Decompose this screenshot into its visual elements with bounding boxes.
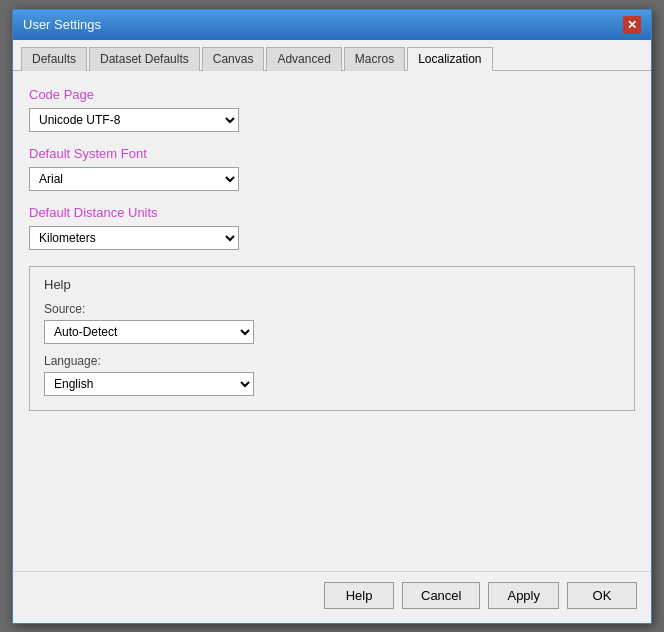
source-select[interactable]: Auto-DetectLocalOnline (44, 320, 254, 344)
source-label: Source: (44, 302, 620, 316)
help-button[interactable]: Help (324, 582, 394, 609)
tab-advanced[interactable]: Advanced (266, 47, 341, 71)
tab-defaults[interactable]: Defaults (21, 47, 87, 71)
user-settings-dialog: User Settings ✕ Defaults Dataset Default… (12, 9, 652, 624)
ok-button[interactable]: OK (567, 582, 637, 609)
title-bar: User Settings ✕ (13, 10, 651, 40)
tab-content-localization: Code Page Unicode UTF-8UTF-16ASCIIISO-88… (13, 71, 651, 571)
help-group-title: Help (44, 277, 620, 292)
tab-canvas[interactable]: Canvas (202, 47, 265, 71)
help-group: Help Source: Auto-DetectLocalOnline Lang… (29, 266, 635, 411)
apply-button[interactable]: Apply (488, 582, 559, 609)
font-select[interactable]: ArialTimes New RomanCourier NewVerdana (29, 167, 239, 191)
cancel-button[interactable]: Cancel (402, 582, 480, 609)
tab-dataset-defaults[interactable]: Dataset Defaults (89, 47, 200, 71)
tab-macros[interactable]: Macros (344, 47, 405, 71)
language-select[interactable]: EnglishFrenchGermanSpanishJapanese (44, 372, 254, 396)
distance-label: Default Distance Units (29, 205, 635, 220)
close-button[interactable]: ✕ (623, 16, 641, 34)
font-label: Default System Font (29, 146, 635, 161)
language-label: Language: (44, 354, 620, 368)
tab-bar: Defaults Dataset Defaults Canvas Advance… (13, 40, 651, 71)
distance-select[interactable]: KilometersMilesMetersFeet (29, 226, 239, 250)
code-page-select[interactable]: Unicode UTF-8UTF-16ASCIIISO-8859-1 (29, 108, 239, 132)
button-row: Help Cancel Apply OK (13, 571, 651, 623)
code-page-label: Code Page (29, 87, 635, 102)
dialog-title: User Settings (23, 17, 101, 32)
tab-localization[interactable]: Localization (407, 47, 492, 71)
